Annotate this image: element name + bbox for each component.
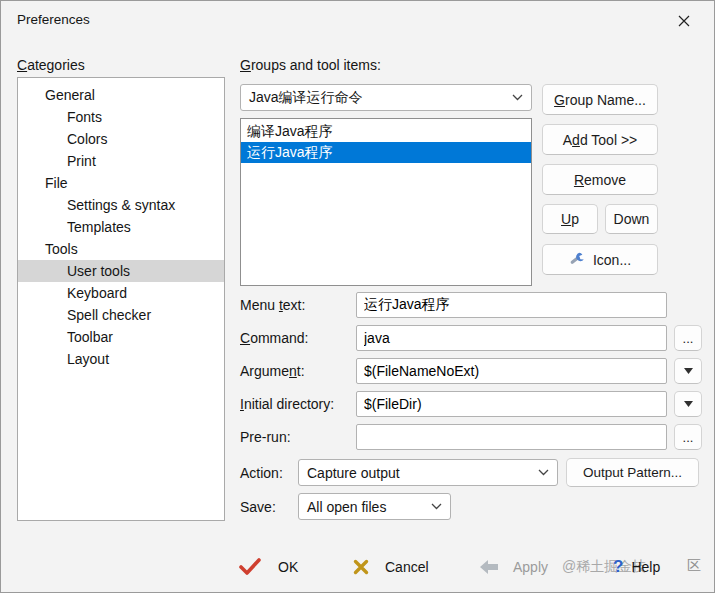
tool-list: 编译Java程序 运行Java程序: [240, 118, 532, 286]
apply-arrow-icon: [479, 559, 499, 575]
argument-input[interactable]: [356, 358, 667, 384]
tool-item-run[interactable]: 运行Java程序: [241, 142, 531, 163]
close-button[interactable]: [668, 8, 700, 34]
pre-run-label: Pre-run:: [240, 429, 291, 445]
cancel-button[interactable]: Cancel: [353, 552, 429, 582]
action-label: Action:: [240, 465, 283, 481]
question-icon: ?: [613, 557, 623, 577]
category-tools[interactable]: Tools: [18, 238, 224, 260]
watermark-text: 区: [687, 557, 701, 575]
group-select[interactable]: Java编译运行命令: [240, 84, 532, 111]
save-select[interactable]: All open files: [298, 493, 451, 520]
wrench-icon: [569, 252, 586, 267]
label-post: nitial directory:: [244, 396, 334, 412]
label-post: ategories: [27, 57, 85, 73]
category-keyboard[interactable]: Keyboard: [18, 282, 224, 304]
tool-item-compile[interactable]: 编译Java程序: [241, 121, 531, 142]
group-select-value: Java编译运行命令: [249, 89, 363, 107]
label-pre: Menu: [240, 297, 279, 313]
down-label: Down: [614, 211, 650, 227]
cancel-label: Cancel: [385, 559, 429, 575]
icon-button-label: Icon...: [593, 252, 631, 268]
groups-label: Groups and tool items:: [240, 57, 381, 73]
help-button[interactable]: ? Help: [613, 552, 660, 582]
save-label: Save:: [240, 499, 276, 515]
dropdown-arrow-icon: [684, 401, 693, 407]
label-key: d: [572, 132, 580, 148]
dropdown-arrow-icon: [684, 368, 693, 374]
label-key: R: [574, 172, 584, 188]
close-icon: [678, 15, 690, 27]
initial-directory-dropdown-button[interactable]: [674, 391, 702, 417]
menu-text-input[interactable]: [356, 292, 667, 318]
label-post: t:: [297, 363, 305, 379]
label-key: C: [17, 57, 27, 73]
label-post: roups and tool items:: [251, 57, 381, 73]
label-post: p: [571, 211, 579, 227]
category-print[interactable]: Print: [18, 150, 224, 172]
category-settings-syntax[interactable]: Settings & syntax: [18, 194, 224, 216]
x-icon: [353, 559, 369, 575]
check-icon: [239, 558, 261, 576]
command-input[interactable]: [356, 325, 667, 351]
menu-text-label: Menu text:: [240, 297, 305, 313]
preferences-dialog: Preferences Categories General Fonts Col…: [0, 0, 715, 593]
category-toolbar[interactable]: Toolbar: [18, 326, 224, 348]
chevron-down-icon: [538, 469, 549, 476]
initial-directory-label: Initial directory:: [240, 396, 334, 412]
action-select-value: Capture output: [307, 465, 400, 481]
label-post: roup Name...: [565, 92, 646, 108]
label-key: U: [561, 211, 571, 227]
argument-dropdown-button[interactable]: [674, 358, 702, 384]
category-spell-checker[interactable]: Spell checker: [18, 304, 224, 326]
label-key: n: [289, 363, 297, 379]
category-general[interactable]: General: [18, 84, 224, 106]
ok-label: OK: [278, 559, 298, 575]
categories-tree: General Fonts Colors Print File Settings…: [17, 77, 225, 521]
chevron-down-icon: [431, 503, 442, 510]
down-button[interactable]: Down: [605, 204, 658, 234]
command-browse-button[interactable]: ...: [674, 325, 702, 351]
label-pre: Argume: [240, 363, 289, 379]
help-label: Help: [631, 559, 660, 575]
add-tool-button[interactable]: Add Tool >>: [542, 124, 658, 155]
category-user-tools[interactable]: User tools: [18, 260, 224, 282]
label-post: d Tool >>: [580, 132, 637, 148]
ok-button[interactable]: OK: [239, 552, 298, 582]
label-post: ommand:: [250, 330, 308, 346]
pre-run-input[interactable]: [356, 424, 667, 450]
output-pattern-button[interactable]: Output Pattern...: [566, 458, 699, 487]
argument-label: Argument:: [240, 363, 305, 379]
categories-label: Categories: [17, 57, 85, 73]
category-layout[interactable]: Layout: [18, 348, 224, 370]
category-templates[interactable]: Templates: [18, 216, 224, 238]
group-name-button[interactable]: Group Name...: [542, 84, 658, 115]
action-select[interactable]: Capture output: [298, 459, 558, 486]
label-key: C: [240, 330, 250, 346]
icon-button[interactable]: Icon...: [542, 244, 658, 275]
up-button[interactable]: Up: [542, 204, 598, 234]
label-key: G: [554, 92, 565, 108]
save-select-value: All open files: [307, 499, 386, 515]
label-post: emove: [584, 172, 626, 188]
pre-run-browse-button[interactable]: ...: [674, 424, 702, 450]
window-title: Preferences: [17, 12, 90, 27]
label-key: G: [240, 57, 251, 73]
category-colors[interactable]: Colors: [18, 128, 224, 150]
apply-label: Apply: [513, 559, 548, 575]
category-file[interactable]: File: [18, 172, 224, 194]
initial-directory-input[interactable]: [356, 391, 667, 417]
chevron-down-icon: [512, 94, 523, 101]
remove-button[interactable]: Remove: [542, 164, 658, 195]
command-label: Command:: [240, 330, 308, 346]
label-pre: A: [563, 132, 572, 148]
label-post: ext:: [283, 297, 306, 313]
category-fonts[interactable]: Fonts: [18, 106, 224, 128]
